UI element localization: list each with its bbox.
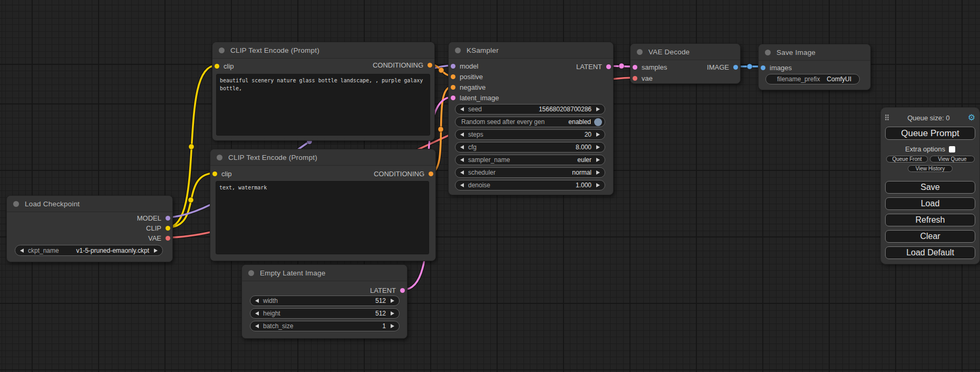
view-history-button[interactable]: View History bbox=[908, 165, 953, 172]
conditioning-input-dot-icon[interactable] bbox=[451, 74, 455, 79]
increment-arrow-icon[interactable] bbox=[596, 132, 600, 137]
input-slot-negative[interactable]: negative bbox=[451, 83, 486, 91]
vae-input-dot-icon[interactable] bbox=[633, 76, 637, 81]
collapse-dot-icon[interactable] bbox=[637, 49, 643, 55]
output-slot-image[interactable]: IMAGE bbox=[707, 63, 738, 71]
sampler-name-widget[interactable]: sampler_name euler bbox=[455, 155, 605, 165]
node-clip-text-encode-positive[interactable]: CLIP Text Encode (Prompt) clip CONDITION… bbox=[212, 42, 435, 141]
toggle-dot-icon[interactable] bbox=[594, 118, 602, 126]
filename-prefix-widget[interactable]: filename_prefix ComfyUI bbox=[765, 74, 860, 84]
latent-input-dot-icon[interactable] bbox=[633, 65, 637, 70]
queue-front-button[interactable]: Queue Front bbox=[886, 156, 928, 163]
steps-widget[interactable]: steps 20 bbox=[455, 129, 605, 140]
node-clip-text-encode-negative[interactable]: CLIP Text Encode (Prompt) clip CONDITION… bbox=[210, 149, 436, 261]
decrement-arrow-icon[interactable] bbox=[460, 107, 464, 111]
load-default-button[interactable]: Load Default bbox=[885, 246, 975, 259]
conditioning-input-dot-icon[interactable] bbox=[451, 85, 455, 90]
increment-arrow-icon[interactable] bbox=[391, 311, 394, 316]
output-slot-latent[interactable]: LATENT bbox=[576, 63, 611, 70]
clip-input-dot-icon[interactable] bbox=[212, 171, 217, 176]
scheduler-widget[interactable]: scheduler normal bbox=[455, 167, 605, 178]
output-slot-latent[interactable]: LATENT bbox=[370, 287, 405, 294]
queue-prompt-button[interactable]: Queue Prompt bbox=[885, 127, 975, 140]
decrement-arrow-icon[interactable] bbox=[460, 170, 464, 175]
input-slot-latent-image[interactable]: latent_image bbox=[451, 94, 499, 101]
load-button[interactable]: Load bbox=[885, 197, 975, 210]
increment-arrow-icon[interactable] bbox=[391, 324, 394, 328]
image-output-dot-icon[interactable] bbox=[733, 65, 738, 70]
negative-prompt-textarea[interactable]: text, watermark bbox=[216, 181, 429, 254]
conditioning-output-dot-icon[interactable] bbox=[428, 63, 432, 68]
node-load-checkpoint[interactable]: Load Checkpoint MODEL CLIP VAE ckpt_name… bbox=[6, 195, 173, 262]
node-title-bar[interactable]: Load Checkpoint bbox=[7, 196, 172, 212]
decrement-arrow-icon[interactable] bbox=[20, 249, 24, 253]
node-title-bar[interactable]: CLIP Text Encode (Prompt) bbox=[210, 149, 435, 166]
node-title-bar[interactable]: CLIP Text Encode (Prompt) bbox=[212, 42, 434, 59]
input-slot-clip[interactable]: clip bbox=[215, 62, 234, 70]
input-slot-positive[interactable]: positive bbox=[451, 73, 483, 80]
denoise-widget[interactable]: denoise 1.000 bbox=[455, 180, 605, 190]
output-slot-model[interactable]: MODEL bbox=[137, 214, 170, 222]
positive-prompt-textarea[interactable]: beautiful scenery nature glass bottle la… bbox=[216, 74, 430, 136]
latent-output-dot-icon[interactable] bbox=[400, 288, 405, 293]
output-slot-clip[interactable]: CLIP bbox=[146, 224, 170, 232]
node-vae-decode[interactable]: VAE Decode samples vae IMAGE bbox=[630, 43, 741, 84]
view-queue-button[interactable]: View Queue bbox=[930, 156, 975, 163]
height-widget[interactable]: height 512 bbox=[250, 308, 400, 319]
model-input-dot-icon[interactable] bbox=[451, 64, 455, 69]
gear-icon[interactable]: ⚙ bbox=[968, 113, 975, 122]
random-seed-toggle-widget[interactable]: Random seed after every gen enabled bbox=[455, 117, 605, 127]
input-slot-clip[interactable]: clip bbox=[212, 170, 232, 177]
collapse-dot-icon[interactable] bbox=[217, 155, 222, 160]
ckpt-name-widget[interactable]: ckpt_name v1-5-pruned-emaonly.ckpt bbox=[15, 245, 163, 256]
collapse-dot-icon[interactable] bbox=[765, 50, 771, 55]
increment-arrow-icon[interactable] bbox=[391, 299, 394, 303]
clip-input-dot-icon[interactable] bbox=[215, 64, 219, 69]
clip-output-dot-icon[interactable] bbox=[166, 226, 170, 231]
node-title-bar[interactable]: Save Image bbox=[759, 44, 870, 61]
clear-button[interactable]: Clear bbox=[885, 230, 975, 243]
collapse-dot-icon[interactable] bbox=[219, 47, 225, 53]
decrement-arrow-icon[interactable] bbox=[460, 158, 464, 162]
increment-arrow-icon[interactable] bbox=[154, 249, 158, 253]
vae-output-dot-icon[interactable] bbox=[166, 236, 170, 241]
decrement-arrow-icon[interactable] bbox=[460, 145, 464, 149]
decrement-arrow-icon[interactable] bbox=[460, 183, 464, 187]
output-slot-conditioning[interactable]: CONDITIONING bbox=[374, 170, 433, 177]
node-title-bar[interactable]: Empty Latent Image bbox=[242, 265, 407, 281]
conditioning-output-dot-icon[interactable] bbox=[429, 171, 433, 176]
output-slot-vae[interactable]: VAE bbox=[148, 234, 170, 242]
collapse-dot-icon[interactable] bbox=[13, 201, 19, 207]
seed-widget[interactable]: seed 156680208700286 bbox=[455, 104, 605, 115]
input-slot-samples[interactable]: samples bbox=[633, 63, 667, 71]
input-slot-model[interactable]: model bbox=[451, 62, 478, 70]
cfg-widget[interactable]: cfg 8.000 bbox=[455, 142, 605, 152]
increment-arrow-icon[interactable] bbox=[596, 170, 600, 175]
input-slot-vae[interactable]: vae bbox=[633, 74, 653, 82]
increment-arrow-icon[interactable] bbox=[596, 183, 600, 187]
decrement-arrow-icon[interactable] bbox=[255, 299, 259, 303]
collapse-dot-icon[interactable] bbox=[248, 270, 254, 276]
collapse-dot-icon[interactable] bbox=[455, 47, 461, 53]
latent-output-dot-icon[interactable] bbox=[606, 64, 611, 69]
node-save-image[interactable]: Save Image images filename_prefix ComfyU… bbox=[758, 44, 871, 90]
decrement-arrow-icon[interactable] bbox=[255, 324, 259, 328]
output-slot-conditioning[interactable]: CONDITIONING bbox=[373, 61, 432, 69]
latent-input-dot-icon[interactable] bbox=[451, 96, 455, 100]
width-widget[interactable]: width 512 bbox=[250, 295, 400, 306]
extra-options-checkbox[interactable] bbox=[949, 146, 955, 152]
drag-handle-icon[interactable] bbox=[885, 115, 889, 121]
increment-arrow-icon[interactable] bbox=[596, 107, 600, 111]
save-button[interactable]: Save bbox=[885, 181, 975, 194]
refresh-button[interactable]: Refresh bbox=[885, 214, 975, 226]
image-input-dot-icon[interactable] bbox=[761, 65, 765, 70]
input-slot-images[interactable]: images bbox=[761, 64, 792, 71]
node-title-bar[interactable]: KSampler bbox=[449, 42, 613, 59]
node-empty-latent-image[interactable]: Empty Latent Image LATENT width 512 heig… bbox=[241, 264, 407, 339]
decrement-arrow-icon[interactable] bbox=[255, 311, 259, 316]
decrement-arrow-icon[interactable] bbox=[460, 132, 464, 137]
node-ksampler[interactable]: KSampler model positive negative latent_… bbox=[448, 42, 614, 195]
increment-arrow-icon[interactable] bbox=[596, 158, 600, 162]
node-title-bar[interactable]: VAE Decode bbox=[630, 44, 740, 60]
model-output-dot-icon[interactable] bbox=[166, 216, 170, 221]
